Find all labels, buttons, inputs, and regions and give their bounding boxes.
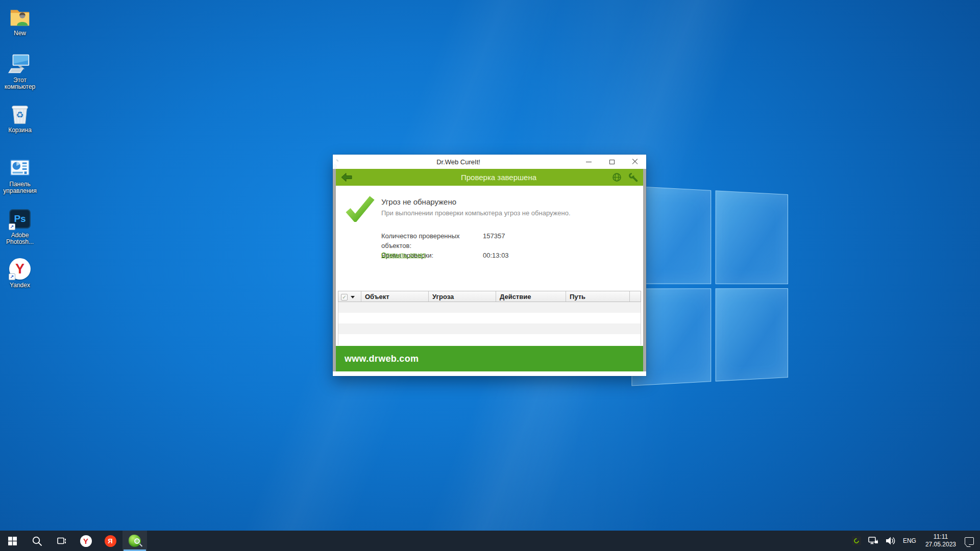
- table-row: [338, 302, 641, 313]
- back-arrow-icon: [341, 172, 352, 182]
- drweb-url[interactable]: www.drweb.com: [345, 354, 419, 364]
- yandex-browser-icon: Y: [80, 535, 92, 547]
- select-all-cell[interactable]: ✓: [338, 291, 361, 302]
- task-view-icon: [56, 536, 67, 546]
- action-center-button[interactable]: [963, 531, 976, 551]
- shortcut-arrow-icon: ↗: [9, 223, 15, 230]
- open-report-link[interactable]: Открыть отчет: [381, 251, 426, 259]
- stat-objects-scanned: Количество проверенных объектов: 157357: [381, 231, 509, 251]
- stat-value: 157357: [483, 231, 505, 251]
- desktop-icon-label: Yandex: [2, 282, 38, 289]
- close-button[interactable]: [623, 155, 646, 169]
- this-pc-icon: [8, 52, 32, 76]
- shortcut-arrow-icon: ↗: [9, 273, 15, 280]
- yandex-app-button[interactable]: Я: [98, 531, 122, 551]
- start-icon: [8, 537, 17, 545]
- minimize-button[interactable]: [577, 155, 600, 169]
- windows-logo-pane: [716, 288, 788, 382]
- desktop-icon-label: Этот компьютер: [2, 77, 38, 90]
- taskbar-clock[interactable]: 11:11 27.05.2023: [922, 533, 959, 548]
- nvidia-icon: [852, 536, 861, 545]
- photoshop-icon: Ps ↗: [8, 207, 32, 231]
- clock-time: 11:11: [925, 533, 956, 541]
- chevron-down-icon[interactable]: [351, 296, 355, 298]
- control-panel-icon: [8, 156, 32, 180]
- desktop-icon-control-panel[interactable]: Панель управления: [2, 156, 38, 194]
- maximize-icon: [609, 160, 615, 164]
- column-header-object[interactable]: Объект: [361, 291, 429, 302]
- maximize-button[interactable]: [600, 155, 623, 169]
- desktop-icon-new[interactable]: New: [2, 5, 38, 37]
- scan-status-title: Проверка завершена: [461, 173, 536, 182]
- close-icon: [632, 159, 638, 165]
- network-tray-button[interactable]: [867, 531, 880, 551]
- language-indicator[interactable]: ENG: [900, 537, 919, 544]
- results-table-header: ✓ Объект Угроза Действие Путь: [338, 291, 641, 302]
- windows-logo-wallpaper: [631, 186, 788, 386]
- yandex-browser-button[interactable]: Y: [74, 531, 98, 551]
- column-header-action[interactable]: Действие: [496, 291, 566, 302]
- table-row: [338, 334, 641, 345]
- result-subtitle: При выполнении проверки компьютера угроз…: [381, 209, 571, 217]
- volume-icon: [885, 535, 896, 546]
- table-row: [338, 313, 641, 323]
- nvidia-tray-button[interactable]: [850, 531, 863, 551]
- back-button[interactable]: [341, 172, 352, 184]
- windows-logo-pane: [716, 190, 788, 284]
- column-header-threat[interactable]: Угроза: [429, 291, 496, 302]
- scan-status-bar: Проверка завершена: [336, 169, 643, 186]
- recycle-symbol: ♻: [16, 110, 23, 120]
- task-view-button[interactable]: [49, 531, 74, 551]
- desktop-icon-label: Adobe Photosh...: [2, 232, 38, 245]
- drweb-cureit-icon: [129, 535, 141, 547]
- yandex-app-icon: Я: [105, 535, 116, 547]
- stat-label: Количество проверенных объектов:: [381, 231, 483, 251]
- desktop-icon-yandex[interactable]: Y ↗ Yandex: [2, 257, 38, 289]
- drweb-cureit-window: Dr.Web CureIt! Проверка завершена: [333, 155, 646, 376]
- drweb-cureit-taskbar-button[interactable]: [122, 531, 147, 551]
- yandex-icon: Y ↗: [8, 257, 32, 281]
- search-icon: [32, 536, 42, 546]
- minimize-icon: [586, 162, 592, 162]
- user-folder-icon: [8, 5, 32, 29]
- volume-tray-button[interactable]: [884, 531, 897, 551]
- desktop-icon-label: Корзина: [2, 127, 38, 134]
- stat-value: 00:13:03: [483, 251, 509, 260]
- window-footer: www.drweb.com: [336, 346, 643, 371]
- results-table-body: [338, 302, 641, 345]
- window-title: Dr.Web CureIt!: [333, 158, 584, 166]
- column-header-path[interactable]: Путь: [566, 291, 630, 302]
- desktop-icon-recycle-bin[interactable]: ♻ Корзина: [2, 102, 38, 134]
- wrench-icon[interactable]: [628, 172, 638, 182]
- desktop-icon-label: Панель управления: [2, 181, 38, 194]
- desktop-icon-this-pc[interactable]: Этот компьютер: [2, 52, 38, 90]
- taskbar: Y Я: [0, 531, 980, 551]
- result-heading: Угроз не обнаружено: [381, 197, 456, 206]
- success-checkmark-icon: [345, 195, 375, 222]
- search-button[interactable]: [24, 531, 49, 551]
- desktop-icon-label: New: [2, 30, 38, 37]
- results-table: ✓ Объект Угроза Действие Путь: [338, 291, 641, 345]
- table-row: [338, 323, 641, 334]
- scan-result-panel: Угроз не обнаружено При выполнении прове…: [336, 186, 643, 291]
- window-titlebar[interactable]: Dr.Web CureIt!: [333, 155, 646, 169]
- network-icon: [868, 535, 879, 546]
- column-header-spacer: [630, 291, 641, 302]
- start-button[interactable]: [0, 531, 24, 551]
- clock-date: 27.05.2023: [925, 541, 956, 548]
- action-center-icon: [965, 537, 974, 545]
- select-all-checkbox[interactable]: ✓: [341, 294, 348, 300]
- globe-icon[interactable]: [612, 172, 622, 182]
- recycle-bin-icon: ♻: [8, 102, 32, 126]
- desktop-icon-photoshop[interactable]: Ps ↗ Adobe Photosh...: [2, 207, 38, 245]
